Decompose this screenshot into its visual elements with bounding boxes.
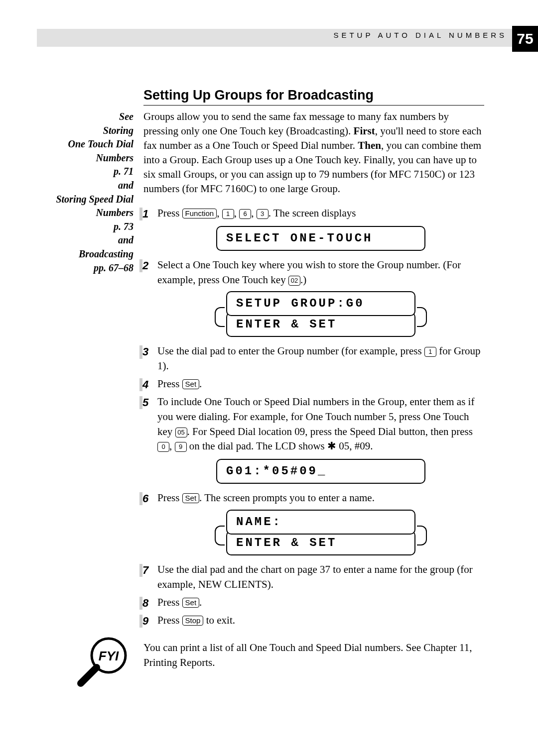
see-line: See xyxy=(119,111,134,122)
alternating-bracket-icon xyxy=(417,526,427,545)
set-key: Set xyxy=(182,493,200,503)
step-9: 9 Press Stop to exit. xyxy=(143,613,484,628)
see-line: Numbers xyxy=(96,207,134,218)
margin-see-also: See Storing One Touch Dial Numbers p. 71… xyxy=(14,110,134,275)
set-key: Set xyxy=(182,598,200,608)
step-number: 3 xyxy=(142,344,148,359)
step-6: 6 Press Set. The screen prompts you to e… xyxy=(143,491,484,555)
alternating-bracket-icon xyxy=(417,307,427,327)
digit-9-key: 9 xyxy=(175,442,187,452)
digit-6-key: 6 xyxy=(239,209,251,219)
step-number: 8 xyxy=(142,595,148,611)
see-line: and xyxy=(118,180,134,191)
function-key: Function xyxy=(182,209,217,218)
see-line: p. 73 xyxy=(114,221,134,232)
step-7: 7 Use the dial pad and the chart on page… xyxy=(143,562,484,592)
lcd-display-alternating: NAME: ENTER & SET xyxy=(214,510,428,555)
step-4: 4 Press Set. xyxy=(143,377,484,392)
lcd-display: G01:*05#09_ xyxy=(216,459,425,484)
digit-0-key: 0 xyxy=(157,442,169,452)
step-8: 8 Press Set. xyxy=(143,595,484,610)
fyi-magnifier-icon: FYI xyxy=(74,636,134,688)
step-3: 3 Use the dial pad to enter the Group nu… xyxy=(143,344,484,374)
see-line: and xyxy=(118,234,134,245)
stop-key: Stop xyxy=(182,616,204,626)
section-title: Setting Up Groups for Broadcasting xyxy=(143,88,484,103)
running-title: SETUP AUTO DIAL NUMBERS xyxy=(333,31,507,39)
svg-text:FYI: FYI xyxy=(99,648,119,663)
see-line: Storing xyxy=(103,125,134,136)
closing-paragraph: You can print a list of all One Touch an… xyxy=(143,641,484,670)
steps-list: 1 Press Function, 1, 6, 3. The screen di… xyxy=(143,206,484,628)
see-line: One Touch Dial xyxy=(68,138,134,149)
digit-1-key: 1 xyxy=(424,347,436,357)
set-key: Set xyxy=(182,379,200,389)
step-number: 6 xyxy=(142,491,148,506)
step-1: 1 Press Function, 1, 6, 3. The screen di… xyxy=(143,206,484,251)
step-5: 5 To include One Touch or Speed Dial num… xyxy=(143,395,484,484)
star-symbol: ✱ xyxy=(327,440,336,452)
fyi-note: FYI You can print a list of all One Touc… xyxy=(143,641,484,670)
lcd-display-line: NAME: xyxy=(226,510,415,535)
see-line: p. 71 xyxy=(114,166,134,177)
digit-1-key: 1 xyxy=(222,209,234,219)
step-number: 5 xyxy=(142,395,148,410)
step-number: 2 xyxy=(142,258,148,273)
alternating-bracket-icon xyxy=(215,526,225,545)
step-number: 7 xyxy=(142,562,148,578)
see-line: Numbers xyxy=(96,152,134,163)
intro-paragraph: Groups allow you to send the same fax me… xyxy=(143,109,484,196)
page-header: SETUP AUTO DIAL NUMBERS 75 xyxy=(0,0,538,48)
lcd-display: SELECT ONE-TOUCH xyxy=(216,226,425,251)
page-number-badge: 75 xyxy=(512,26,538,52)
see-line: Storing Speed Dial xyxy=(56,194,134,205)
lcd-display-alternating: SETUP GROUP:G0 ENTER & SET xyxy=(214,291,428,337)
step-number: 9 xyxy=(142,613,148,629)
step-number: 1 xyxy=(142,206,148,221)
section-rule xyxy=(143,105,484,106)
step-2: 2 Select a One Touch key where you wish … xyxy=(143,258,484,337)
alternating-bracket-icon xyxy=(215,307,225,327)
one-touch-05-key: 05 xyxy=(175,428,187,437)
one-touch-02-key: 02 xyxy=(288,276,300,286)
see-line: pp. 67–68 xyxy=(94,262,134,273)
see-line: Broadcasting xyxy=(79,248,134,259)
lcd-display-line: SETUP GROUP:G0 xyxy=(226,291,415,316)
step-number: 4 xyxy=(142,377,148,392)
digit-3-key: 3 xyxy=(257,209,269,219)
